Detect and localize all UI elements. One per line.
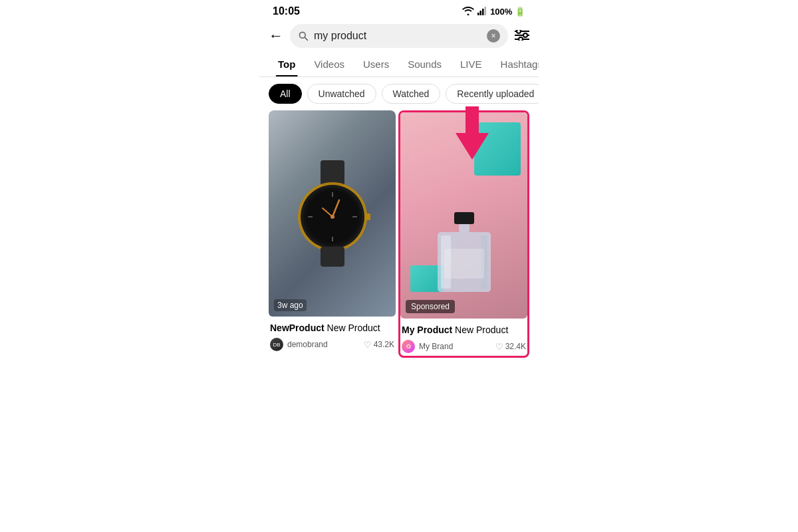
svg-rect-14: [321, 160, 344, 186]
tab-hashtags[interactable]: Hashtags: [491, 52, 539, 76]
perfume-background: [400, 112, 527, 319]
watch-user: DB demobrand: [270, 338, 328, 351]
status-bar: 10:05 100% 🔋: [259, 0, 539, 20]
battery-icon: 100% 🔋: [490, 7, 525, 17]
svg-rect-28: [454, 212, 474, 224]
watch-meta: NewProduct New Product DB demobrand ♡ 43…: [269, 317, 396, 354]
search-bar-row: ← my product ×: [259, 20, 539, 52]
search-icon: [298, 31, 309, 41]
signal-icon: [477, 6, 487, 17]
video-grid: 3w ago NewProduct New Product DB demobra…: [259, 110, 539, 358]
svg-rect-4: [485, 7, 487, 15]
perfume-avatar-inner: 🌸: [402, 340, 415, 353]
clear-search-button[interactable]: ×: [487, 29, 500, 43]
back-button[interactable]: ←: [269, 27, 283, 45]
watch-background: [269, 110, 396, 317]
status-icons: 100% 🔋: [462, 6, 525, 17]
nav-tabs: Top Videos Users Sounds LIVE Hashtags: [259, 52, 539, 77]
heart-icon-2: ♡: [495, 342, 503, 352]
filter-chips: All Unwatched Watched Recently uploaded: [259, 77, 539, 110]
watch-user-row: DB demobrand ♡ 43.2K: [270, 338, 394, 351]
tab-sounds[interactable]: Sounds: [398, 52, 451, 76]
svg-point-11: [523, 33, 527, 37]
tab-videos[interactable]: Videos: [305, 52, 354, 76]
perfume-thumbnail: Sponsored: [400, 112, 527, 319]
svg-rect-27: [321, 247, 344, 267]
svg-rect-29: [459, 224, 469, 232]
search-input-wrap[interactable]: my product ×: [290, 24, 508, 48]
watch-username: demobrand: [287, 340, 328, 349]
perfume-svg: [431, 212, 497, 305]
tab-live[interactable]: LIVE: [451, 52, 491, 76]
perfume-avatar: 🌸: [402, 340, 415, 353]
perfume-likes: 32.4K: [505, 342, 526, 351]
search-query-text: my product: [314, 30, 481, 42]
tab-top[interactable]: Top: [269, 52, 305, 76]
svg-rect-33: [444, 249, 484, 279]
chip-unwatched[interactable]: Unwatched: [307, 84, 376, 104]
svg-point-10: [517, 30, 521, 33]
status-time: 10:05: [273, 5, 300, 17]
perfume-title: My Product New Product: [402, 324, 526, 336]
watch-svg: [286, 160, 379, 267]
chip-watched[interactable]: Watched: [382, 84, 441, 104]
watch-card[interactable]: 3w ago NewProduct New Product DB demobra…: [269, 110, 396, 358]
svg-point-25: [331, 215, 334, 219]
perfume-card[interactable]: Sponsored My Product New Product 🌸 My Br…: [398, 110, 529, 358]
wifi-icon: [462, 6, 474, 17]
svg-rect-2: [480, 11, 482, 15]
phone-frame: 10:05 100% 🔋 ← my product × Top Vi: [259, 0, 539, 358]
heart-icon: ♡: [364, 340, 372, 350]
svg-rect-26: [365, 213, 370, 220]
perfume-user-row: 🌸 My Brand ♡ 32.4K: [402, 340, 526, 353]
chip-recently-uploaded[interactable]: Recently uploaded: [446, 84, 539, 104]
perfume-like-count: ♡ 32.4K: [495, 342, 526, 352]
svg-point-12: [519, 37, 523, 41]
watch-avatar: DB: [270, 338, 283, 351]
svg-point-0: [467, 13, 469, 15]
watch-likes: 43.2K: [374, 340, 394, 349]
watch-timestamp: 3w ago: [274, 299, 307, 311]
teal-box-large: [474, 122, 521, 176]
perfume-meta: My Product New Product 🌸 My Brand ♡ 32.4…: [400, 319, 527, 356]
filter-button[interactable]: [515, 29, 529, 44]
watch-like-count: ♡ 43.2K: [364, 340, 394, 350]
sponsored-badge: Sponsored: [406, 300, 455, 313]
watch-avatar-inner: DB: [270, 338, 283, 351]
svg-rect-1: [477, 13, 479, 15]
tab-users[interactable]: Users: [354, 52, 398, 76]
perfume-user: 🌸 My Brand: [402, 340, 453, 353]
perfume-username: My Brand: [419, 342, 453, 351]
svg-rect-3: [482, 9, 484, 15]
watch-title: NewProduct New Product: [270, 322, 394, 334]
chip-all[interactable]: All: [269, 84, 302, 104]
svg-line-6: [305, 37, 307, 40]
watch-thumbnail: 3w ago: [269, 110, 396, 317]
